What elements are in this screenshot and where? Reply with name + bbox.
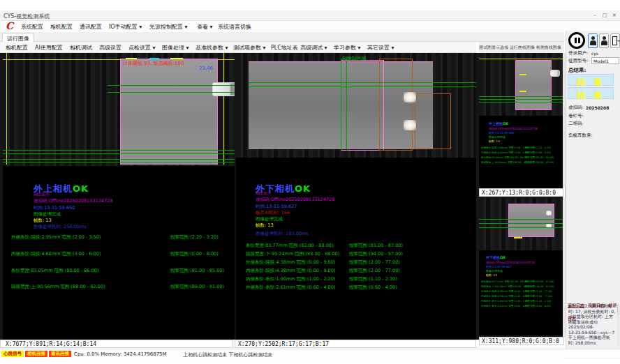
thumb1-time: 时间:13-31-59-650 bbox=[489, 131, 515, 135]
mini-measure: 条纹宽度:83.05mm 范围:(80.00 - 86.00) bbox=[481, 156, 529, 159]
user-switch-button[interactable] bbox=[599, 33, 609, 48]
camera1-measure-overlay: 23.46 bbox=[199, 66, 213, 71]
result-text-1: 结 果 bbox=[577, 77, 605, 87]
minimize-icon[interactable]: – bbox=[591, 12, 599, 20]
camera2-time: 时间:13-31-59-627 bbox=[256, 204, 297, 210]
camera2-green-line1 bbox=[249, 82, 476, 83]
menu-camera-config[interactable]: 相机配置 bbox=[50, 23, 73, 31]
title-bar: CYS-视觉检测系统 – ▢ ✕ bbox=[0, 10, 620, 21]
camera2-orange-roi2 bbox=[415, 93, 451, 149]
tool-advanced-settings[interactable]: 高级设置 bbox=[99, 44, 121, 52]
tool-other-settings[interactable]: 其它设置 ▾ bbox=[367, 44, 394, 52]
tool-camera-config[interactable]: 相机配置 bbox=[6, 44, 28, 52]
camera1-yellow-vline-left bbox=[6, 53, 7, 165]
pause-button[interactable] bbox=[568, 32, 585, 49]
thumbnail-top[interactable]: 外上相机OK 虚拟码:Offline20250208133124728 时间:1… bbox=[479, 53, 564, 188]
alarm-text: 报警范围:(89.00 - 91.00) bbox=[170, 284, 224, 290]
mini-alarm: 报警范围:(89.00 - 91.00) bbox=[525, 161, 554, 164]
tab-run-image[interactable]: 运行图像 bbox=[2, 33, 34, 42]
app-window: CYS-视觉检测系统 – ▢ ✕ C 系统配置 相机配置 通讯配置 IO手动配置… bbox=[0, 0, 620, 364]
camera2-green-line2 bbox=[249, 86, 476, 87]
thumb1-frame: 帧数: 13 bbox=[489, 139, 500, 143]
neg-tab-count-label: 负极耳数量: bbox=[568, 132, 593, 139]
alarm-text: 报警范围:(2.00 - 77.00) bbox=[349, 268, 400, 274]
camera1-coordbar: X:7677;Y:891;R:14;G:14;B:14 bbox=[0, 340, 233, 348]
menu-light-control[interactable]: 光源控制配置 ▾ bbox=[149, 23, 188, 31]
menu-io-manual[interactable]: IO手动配置 ▾ bbox=[109, 23, 142, 31]
thumbnail-header[interactable]: 测试图显示选项 运行曲线图像 检测曲线图像 bbox=[479, 42, 564, 53]
pause-icon bbox=[575, 38, 577, 43]
menu-view[interactable]: 查看 ▾ bbox=[197, 23, 213, 31]
menu-system-config[interactable]: 系统配置 bbox=[21, 23, 43, 31]
maximize-icon[interactable]: ▢ bbox=[600, 12, 609, 20]
tool-test-params[interactable]: 测试项参数 ▾ bbox=[233, 44, 266, 52]
thumb2-gline3 bbox=[479, 227, 564, 228]
tool-ai-config[interactable]: AI使用配置 bbox=[35, 44, 63, 52]
tool-camera-debug[interactable]: 相机调试 bbox=[70, 44, 92, 52]
comm-connect-badge: 通讯连接 bbox=[49, 351, 71, 357]
camera1-done: 图像处理完成 bbox=[34, 211, 61, 218]
thumb1-gline2 bbox=[479, 99, 564, 100]
tool-spot-check[interactable]: 点检设置 ▾ bbox=[128, 44, 156, 52]
thumb2-frame: 帧数: 13 bbox=[486, 273, 497, 277]
camera2-green-vline2 bbox=[346, 59, 347, 151]
camera2-panel[interactable]: AI绘制区域 外下相机OK MES:E(7) 虚拟码:Offline202502… bbox=[236, 53, 476, 340]
tab-strip: 运行图像 bbox=[0, 32, 564, 42]
log-scrollbar[interactable] bbox=[617, 303, 619, 345]
camera1-code: 虚拟码:Offline20250208133124728 bbox=[34, 198, 112, 204]
user-icon bbox=[590, 40, 596, 45]
right-sidebar: → 登录用户: cys 使用型号: Model1 总结果: 结 果 结 果 虚拟… bbox=[566, 31, 620, 358]
menu-language-switch[interactable]: 系统语言切换 bbox=[218, 23, 251, 31]
user-icon bbox=[591, 36, 595, 40]
thumb2-time: 时间:13-31-59-627 bbox=[486, 265, 512, 268]
thumbnail-bottom-coords: X:311;Y:980;R:0;G:0;B:0 bbox=[479, 337, 564, 345]
camera1-status: OK bbox=[73, 183, 89, 194]
measure-text: 内侧条纹-条纹:1.90mm 范围:(1.00 - 2.20) bbox=[246, 276, 335, 282]
thumb1-tick1 bbox=[519, 74, 526, 75]
login-user-label: 登录用户: bbox=[568, 50, 588, 56]
tool-image-process[interactable]: 图像处理 ▾ bbox=[162, 44, 189, 52]
tool-advanced-debug[interactable]: 高级调试 ▾ bbox=[300, 44, 327, 52]
logout-arrow-icon: → bbox=[616, 39, 620, 43]
status-bar: 心跳信号 相机连接 通讯连接 Cpu: 0.0% Memory: 3424.41… bbox=[0, 349, 620, 358]
mini-measure: 内侧条纹-隔膜:4.38mm 范围:(0.00 - 9.00) bbox=[481, 295, 529, 298]
measure-text: 内侧条纹-隔膜:4.38mm 范围:(0.00 - 9.00) bbox=[246, 268, 335, 274]
result-box-1: 结 果 bbox=[568, 74, 614, 86]
mini-alarm: 报警范围:(83.00 - 87.00) bbox=[525, 280, 554, 283]
camera2-coordbar: X:270;Y:2502;R:17;G:17;B:17 bbox=[235, 340, 476, 348]
total-result-label: 总结果: bbox=[568, 67, 586, 74]
alarm-text: 报警范围:(81.00 - 85.00) bbox=[170, 268, 224, 274]
model-label: 使用型号: bbox=[568, 58, 588, 64]
mini-measure: 内侧条纹-条纹:1.90mm 范围:(1.00 - 2.20) bbox=[481, 300, 529, 303]
camera1-panel[interactable]: 计算阈值:93, 动态阈值:100 23.46 外上相机OK MES:E(7) … bbox=[3, 53, 235, 340]
alarm-text: 报警范围:(0.00 - 8.00) bbox=[170, 251, 219, 257]
tool-baseline-params[interactable]: 基准线参数 ▾ bbox=[195, 44, 228, 52]
thumb1-tick2 bbox=[519, 91, 526, 92]
cpu-memory-text: Cpu: 0.0% Memory: 3424.41796875M bbox=[74, 351, 167, 357]
mini-alarm: 报警范围:(1.10 - 2.10) bbox=[525, 300, 551, 303]
virtual-code-value: 20250208 bbox=[586, 105, 609, 110]
thumb1-gline1 bbox=[479, 96, 564, 97]
log-scrollbar-thumb[interactable] bbox=[617, 305, 619, 314]
exit-button[interactable]: → bbox=[610, 33, 620, 48]
mini-alarm: 报警范围:(94.00 - 97.00) bbox=[525, 285, 554, 288]
camera2-code: 虚拟码:Offline20250208133124728 bbox=[256, 197, 334, 203]
camera1-threshold-overlay: 计算阈值:93, 动态阈值:100 bbox=[123, 60, 184, 67]
menu-comm-config[interactable]: 通讯配置 bbox=[80, 23, 102, 31]
thumb2-code: 虚拟码:Offline20250208133124728 bbox=[486, 261, 535, 264]
log-text: 耗时: 222, 涂纹检测耗时: 17, 涂纹分类耗时: 0, 涂纹提取分区耗时… bbox=[568, 303, 616, 345]
tool-learn-params[interactable]: 学习参数 ▾ bbox=[334, 44, 361, 52]
user-icon bbox=[601, 40, 607, 45]
camera2-frame-count: 帧数: 13 bbox=[256, 222, 274, 229]
user-login-button[interactable] bbox=[588, 33, 598, 48]
camera1-green-line1 bbox=[108, 85, 235, 86]
measure-text: 隔膜宽度-上:90.56mm 范围:(88.00 - 92.00) bbox=[11, 284, 105, 290]
thumb2-name: 外下相机 bbox=[486, 255, 500, 259]
close-icon[interactable]: ✕ bbox=[610, 12, 619, 20]
measure-text: 条纹宽度:83.05mm 范围:(80.00 - 86.00) bbox=[11, 268, 98, 274]
camera2-ai-elapsed: 极耳AI耗时: 166 bbox=[256, 210, 290, 216]
tool-plc-table[interactable]: PLC地址表 bbox=[271, 44, 298, 52]
model-select[interactable]: Model1 bbox=[591, 57, 619, 64]
camera1-tick-yellow bbox=[126, 58, 137, 59]
thumbnail-bottom[interactable]: 外下相机OK 虚拟码:Offline20250208133124728 时间:1… bbox=[479, 198, 564, 335]
